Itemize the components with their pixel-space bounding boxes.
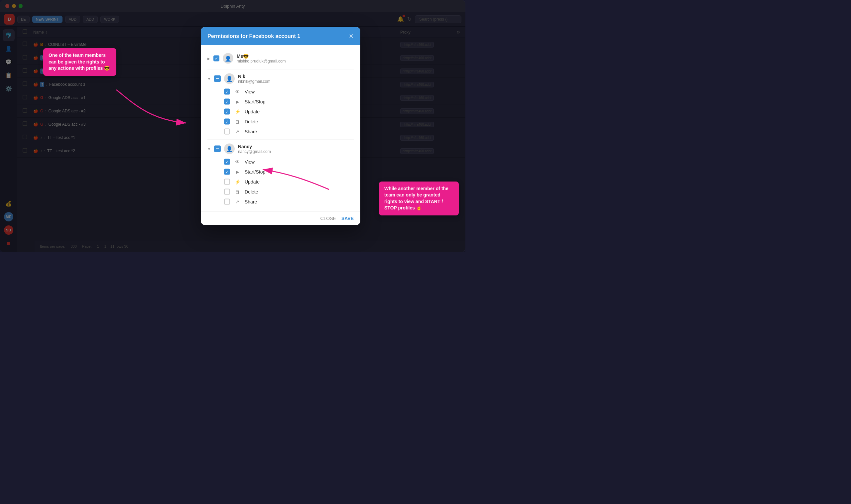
permission-delete-nik: ✓ 🗑 Delete [224,117,354,127]
permission-update-nik: ✓ ⚡ Update [224,107,354,117]
perm-delete-nancy-checkbox[interactable] [224,189,230,195]
user-info-nik: Nik niknik@gmail.com [238,74,354,84]
perm-delete-nik-label: Delete [245,119,258,124]
user-name-nancy: Nancy [238,144,354,149]
user-section-me: ▶ ✓ 👤 Me😎 mishko.prudiuk@gmail.com [207,51,354,67]
share-icon: ↗ [234,199,241,204]
modal-footer: CLOSE SAVE [201,212,360,225]
perm-share-nik-label: Share [245,129,257,134]
share-icon: ↗ [234,129,241,134]
expand-icon-me[interactable]: ▶ [207,56,210,60]
permission-startstop-nancy: ✓ ▶ Start/Stop [224,167,354,177]
permission-startstop-nik: ✓ ▶ Start/Stop [224,97,354,107]
divider [207,139,354,140]
user-email-me: mishko.prudiuk@gmail.com [237,59,354,64]
divider [207,69,354,70]
user-avatar-nancy: 👤 [224,144,235,154]
user-header-nancy: ▼ 👤 Nancy nancy@gmail.com [207,141,354,157]
user-email-nancy: nancy@gmail.com [238,149,354,154]
user-name-me: Me😎 [237,54,354,59]
perm-startstop-nancy-label: Start/Stop [245,169,265,175]
user-name-nik: Nik [238,74,354,79]
perm-share-nancy-checkbox[interactable] [224,199,230,205]
app-window: Dolphin Anty D BE NEW SPRINT ADD ADD WOR… [0,0,465,252]
user-me-checkbox[interactable]: ✓ [213,55,219,61]
permission-update-nancy: ⚡ Update [224,177,354,187]
modal-save-button[interactable]: SAVE [341,216,354,221]
annotation-left: One of the team members can be given the… [43,48,116,76]
bolt-icon: ⚡ [234,109,241,114]
permissions-modal: Permissions for Facebook account 1 ✕ ▶ ✓… [201,27,360,225]
modal-title: Permissions for Facebook account 1 [207,33,300,39]
perm-share-nancy-label: Share [245,199,257,204]
modal-header: Permissions for Facebook account 1 ✕ [201,27,360,45]
user-header-nik: ▼ 👤 Nik niknik@gmail.com [207,71,354,87]
user-info-nancy: Nancy nancy@gmail.com [238,144,354,154]
expand-icon-nancy[interactable]: ▼ [207,147,211,150]
perm-view-nik-label: View [245,89,255,94]
view-icon: 👁 [234,89,241,94]
permission-share-nancy: ↗ Share [224,197,354,207]
user-email-nik: niknik@gmail.com [238,79,354,84]
play-icon: ▶ [234,169,241,175]
perm-view-nancy-checkbox[interactable]: ✓ [224,159,230,165]
perm-update-nancy-checkbox[interactable] [224,179,230,185]
permission-list-nancy: ✓ 👁 View ✓ ▶ Start/Stop ⚡ Update [207,157,354,207]
annotation-right: While another member of the team can onl… [379,181,459,215]
user-header-me: ▶ ✓ 👤 Me😎 mishko.prudiuk@gmail.com [207,51,354,67]
user-avatar-nik: 👤 [224,73,235,84]
perm-update-nik-checkbox[interactable]: ✓ [224,109,230,115]
permission-view-nancy: ✓ 👁 View [224,157,354,167]
user-section-nancy: ▼ 👤 Nancy nancy@gmail.com ✓ 👁 View [207,141,354,207]
expand-icon-nik[interactable]: ▼ [207,77,211,80]
view-icon: 👁 [234,159,241,165]
user-avatar-me: 👤 [223,53,233,64]
perm-update-nancy-label: Update [245,179,260,184]
play-icon: ▶ [234,99,241,104]
perm-update-nik-label: Update [245,109,260,114]
bolt-icon: ⚡ [234,179,241,184]
perm-startstop-nancy-checkbox[interactable]: ✓ [224,169,230,175]
modal-close-button[interactable]: ✕ [349,33,354,40]
perm-delete-nancy-label: Delete [245,189,258,195]
modal-close-footer-button[interactable]: CLOSE [320,216,336,221]
perm-startstop-nik-checkbox[interactable]: ✓ [224,99,230,105]
perm-delete-nik-checkbox[interactable]: ✓ [224,119,230,125]
perm-view-nik-checkbox[interactable]: ✓ [224,89,230,95]
trash-icon: 🗑 [234,119,241,124]
user-nancy-checkbox[interactable] [214,146,221,152]
user-nik-checkbox[interactable] [214,75,221,82]
permission-share-nik: ↗ Share [224,127,354,137]
perm-share-nik-checkbox[interactable] [224,129,230,134]
perm-startstop-nik-label: Start/Stop [245,99,265,104]
user-info-me: Me😎 mishko.prudiuk@gmail.com [237,54,354,64]
modal-body: ▶ ✓ 👤 Me😎 mishko.prudiuk@gmail.com ▼ [201,45,360,212]
trash-icon: 🗑 [234,189,241,195]
user-section-nik: ▼ 👤 Nik niknik@gmail.com ✓ 👁 View [207,71,354,137]
perm-view-nancy-label: View [245,159,255,165]
permission-list-nik: ✓ 👁 View ✓ ▶ Start/Stop ✓ ⚡ Update [207,87,354,137]
permission-view-nik: ✓ 👁 View [224,87,354,97]
permission-delete-nancy: 🗑 Delete [224,187,354,197]
